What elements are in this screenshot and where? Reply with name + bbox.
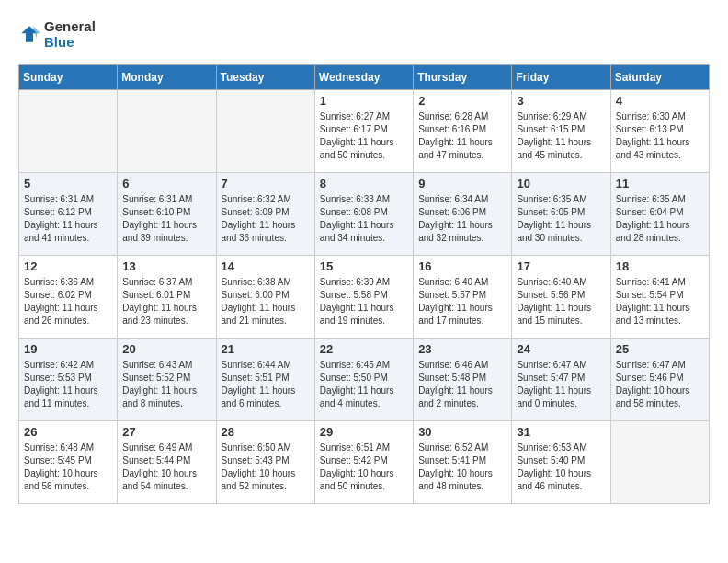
calendar-cell: 15Sunrise: 6:39 AM Sunset: 5:58 PM Dayli… bbox=[314, 256, 413, 339]
cell-content: Sunrise: 6:31 AM Sunset: 6:10 PM Dayligh… bbox=[122, 193, 210, 245]
week-row-2: 5Sunrise: 6:31 AM Sunset: 6:12 PM Daylig… bbox=[19, 173, 710, 256]
cell-content: Sunrise: 6:52 AM Sunset: 5:41 PM Dayligh… bbox=[418, 442, 506, 493]
day-number: 18 bbox=[616, 259, 704, 273]
calendar-cell: 26Sunrise: 6:48 AM Sunset: 5:45 PM Dayli… bbox=[19, 421, 118, 504]
day-number: 13 bbox=[122, 259, 210, 273]
calendar-table: SundayMondayTuesdayWednesdayThursdayFrid… bbox=[18, 64, 710, 504]
week-row-4: 19Sunrise: 6:42 AM Sunset: 5:53 PM Dayli… bbox=[19, 339, 710, 421]
day-number: 22 bbox=[320, 342, 408, 356]
calendar-cell: 9Sunrise: 6:34 AM Sunset: 6:06 PM Daylig… bbox=[414, 173, 512, 256]
col-header-thursday: Thursday bbox=[414, 65, 512, 90]
cell-content: Sunrise: 6:51 AM Sunset: 5:42 PM Dayligh… bbox=[320, 442, 408, 493]
day-number: 27 bbox=[122, 425, 210, 439]
calendar-cell: 14Sunrise: 6:38 AM Sunset: 6:00 PM Dayli… bbox=[216, 256, 314, 339]
week-row-1: 1Sunrise: 6:27 AM Sunset: 6:17 PM Daylig… bbox=[19, 90, 710, 173]
day-number: 28 bbox=[222, 425, 310, 439]
day-number: 3 bbox=[517, 94, 605, 108]
col-header-monday: Monday bbox=[118, 65, 216, 90]
calendar-cell: 28Sunrise: 6:50 AM Sunset: 5:43 PM Dayli… bbox=[216, 421, 314, 504]
day-number: 6 bbox=[122, 177, 210, 190]
col-header-tuesday: Tuesday bbox=[216, 65, 314, 90]
day-number: 16 bbox=[418, 259, 506, 273]
calendar-cell: 19Sunrise: 6:42 AM Sunset: 5:53 PM Dayli… bbox=[19, 339, 118, 421]
calendar-cell bbox=[216, 90, 314, 173]
cell-content: Sunrise: 6:27 AM Sunset: 6:17 PM Dayligh… bbox=[320, 110, 408, 162]
cell-content: Sunrise: 6:42 AM Sunset: 5:53 PM Dayligh… bbox=[24, 359, 112, 410]
day-number: 31 bbox=[517, 425, 605, 439]
day-number: 2 bbox=[418, 94, 506, 108]
calendar-cell: 3Sunrise: 6:29 AM Sunset: 6:15 PM Daylig… bbox=[512, 90, 610, 173]
col-header-wednesday: Wednesday bbox=[314, 65, 413, 90]
calendar-cell: 20Sunrise: 6:43 AM Sunset: 5:52 PM Dayli… bbox=[118, 339, 216, 421]
calendar-cell: 21Sunrise: 6:44 AM Sunset: 5:51 PM Dayli… bbox=[216, 339, 314, 421]
cell-content: Sunrise: 6:38 AM Sunset: 6:00 PM Dayligh… bbox=[222, 276, 310, 327]
cell-content: Sunrise: 6:35 AM Sunset: 6:04 PM Dayligh… bbox=[616, 193, 704, 245]
day-number: 12 bbox=[24, 259, 112, 273]
day-number: 29 bbox=[320, 425, 408, 439]
calendar-cell: 4Sunrise: 6:30 AM Sunset: 6:13 PM Daylig… bbox=[610, 90, 709, 173]
cell-content: Sunrise: 6:46 AM Sunset: 5:48 PM Dayligh… bbox=[418, 359, 506, 410]
calendar-cell: 8Sunrise: 6:33 AM Sunset: 6:08 PM Daylig… bbox=[314, 173, 413, 256]
day-number: 17 bbox=[517, 259, 605, 273]
cell-content: Sunrise: 6:44 AM Sunset: 5:51 PM Dayligh… bbox=[222, 359, 310, 410]
day-number: 4 bbox=[616, 94, 704, 108]
day-number: 14 bbox=[222, 259, 310, 273]
cell-content: Sunrise: 6:40 AM Sunset: 5:56 PM Dayligh… bbox=[517, 276, 605, 327]
day-number: 15 bbox=[320, 259, 408, 273]
calendar-cell: 29Sunrise: 6:51 AM Sunset: 5:42 PM Dayli… bbox=[314, 421, 413, 504]
cell-content: Sunrise: 6:41 AM Sunset: 5:54 PM Dayligh… bbox=[616, 276, 704, 327]
calendar-cell: 7Sunrise: 6:32 AM Sunset: 6:09 PM Daylig… bbox=[216, 173, 314, 256]
cell-content: Sunrise: 6:33 AM Sunset: 6:08 PM Dayligh… bbox=[320, 193, 408, 245]
calendar-cell bbox=[118, 90, 216, 173]
cell-content: Sunrise: 6:48 AM Sunset: 5:45 PM Dayligh… bbox=[24, 442, 112, 493]
calendar-cell: 6Sunrise: 6:31 AM Sunset: 6:10 PM Daylig… bbox=[118, 173, 216, 256]
cell-content: Sunrise: 6:47 AM Sunset: 5:46 PM Dayligh… bbox=[616, 359, 704, 410]
calendar-cell: 2Sunrise: 6:28 AM Sunset: 6:16 PM Daylig… bbox=[414, 90, 512, 173]
calendar-cell: 30Sunrise: 6:52 AM Sunset: 5:41 PM Dayli… bbox=[414, 421, 512, 504]
calendar-cell: 12Sunrise: 6:36 AM Sunset: 6:02 PM Dayli… bbox=[19, 256, 118, 339]
week-row-3: 12Sunrise: 6:36 AM Sunset: 6:02 PM Dayli… bbox=[19, 256, 710, 339]
cell-content: Sunrise: 6:32 AM Sunset: 6:09 PM Dayligh… bbox=[222, 193, 310, 245]
cell-content: Sunrise: 6:40 AM Sunset: 5:57 PM Dayligh… bbox=[418, 276, 506, 327]
cell-content: Sunrise: 6:47 AM Sunset: 5:47 PM Dayligh… bbox=[517, 359, 605, 410]
cell-content: Sunrise: 6:31 AM Sunset: 6:12 PM Dayligh… bbox=[24, 193, 112, 245]
cell-content: Sunrise: 6:34 AM Sunset: 6:06 PM Dayligh… bbox=[418, 193, 506, 245]
cell-content: Sunrise: 6:30 AM Sunset: 6:13 PM Dayligh… bbox=[616, 110, 704, 162]
cell-content: Sunrise: 6:28 AM Sunset: 6:16 PM Dayligh… bbox=[418, 110, 506, 162]
day-number: 9 bbox=[418, 177, 506, 190]
calendar-cell: 17Sunrise: 6:40 AM Sunset: 5:56 PM Dayli… bbox=[512, 256, 610, 339]
cell-content: Sunrise: 6:53 AM Sunset: 5:40 PM Dayligh… bbox=[517, 442, 605, 493]
day-number: 30 bbox=[418, 425, 506, 439]
cell-content: Sunrise: 6:36 AM Sunset: 6:02 PM Dayligh… bbox=[24, 276, 112, 327]
day-number: 21 bbox=[222, 342, 310, 356]
cell-content: Sunrise: 6:45 AM Sunset: 5:50 PM Dayligh… bbox=[320, 359, 408, 410]
day-number: 1 bbox=[320, 94, 408, 108]
logo-text: General Blue bbox=[44, 18, 96, 50]
day-number: 8 bbox=[320, 177, 408, 190]
logo-icon bbox=[18, 23, 40, 45]
header-row: SundayMondayTuesdayWednesdayThursdayFrid… bbox=[19, 65, 710, 90]
day-number: 20 bbox=[122, 342, 210, 356]
day-number: 5 bbox=[24, 177, 112, 190]
cell-content: Sunrise: 6:29 AM Sunset: 6:15 PM Dayligh… bbox=[517, 110, 605, 162]
calendar-cell: 23Sunrise: 6:46 AM Sunset: 5:48 PM Dayli… bbox=[414, 339, 512, 421]
page-header: General Blue bbox=[18, 18, 710, 50]
col-header-sunday: Sunday bbox=[19, 65, 118, 90]
logo: General Blue bbox=[18, 18, 96, 50]
calendar-cell: 25Sunrise: 6:47 AM Sunset: 5:46 PM Dayli… bbox=[610, 339, 709, 421]
calendar-cell: 13Sunrise: 6:37 AM Sunset: 6:01 PM Dayli… bbox=[118, 256, 216, 339]
col-header-saturday: Saturday bbox=[610, 65, 709, 90]
day-number: 10 bbox=[517, 177, 605, 190]
calendar-cell bbox=[19, 90, 118, 173]
calendar-cell: 1Sunrise: 6:27 AM Sunset: 6:17 PM Daylig… bbox=[314, 90, 413, 173]
cell-content: Sunrise: 6:39 AM Sunset: 5:58 PM Dayligh… bbox=[320, 276, 408, 327]
col-header-friday: Friday bbox=[512, 65, 610, 90]
calendar-cell: 10Sunrise: 6:35 AM Sunset: 6:05 PM Dayli… bbox=[512, 173, 610, 256]
day-number: 26 bbox=[24, 425, 112, 439]
calendar-cell: 18Sunrise: 6:41 AM Sunset: 5:54 PM Dayli… bbox=[610, 256, 709, 339]
calendar-cell: 5Sunrise: 6:31 AM Sunset: 6:12 PM Daylig… bbox=[19, 173, 118, 256]
day-number: 24 bbox=[517, 342, 605, 356]
cell-content: Sunrise: 6:49 AM Sunset: 5:44 PM Dayligh… bbox=[122, 442, 210, 493]
calendar-cell: 27Sunrise: 6:49 AM Sunset: 5:44 PM Dayli… bbox=[118, 421, 216, 504]
calendar-cell: 11Sunrise: 6:35 AM Sunset: 6:04 PM Dayli… bbox=[610, 173, 709, 256]
